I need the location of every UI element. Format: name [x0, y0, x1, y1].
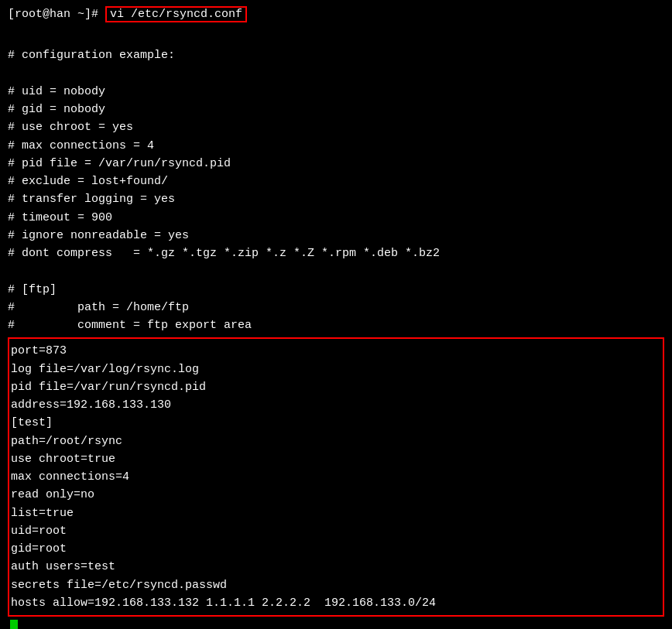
config-test-section: [test] [9, 414, 663, 432]
blank-line-3 [8, 262, 664, 280]
terminal-cursor [10, 620, 18, 629]
config-hosts-allow: hosts allow=192.168.133.132 1.1.1.1 2.2.… [9, 594, 663, 612]
config-path: path=/root/rsync [9, 432, 663, 450]
config-pid-file: pid file=/var/run/rsyncd.pid [9, 378, 663, 396]
comment-ftp-section: # [ftp] [8, 281, 664, 299]
comment-timeout: # timeout = 900 [8, 209, 664, 227]
comment-config-example: # configuration example: [8, 46, 664, 64]
config-secrets-file: secrets file=/etc/rsyncd.passwd [9, 576, 663, 594]
blank-line-2 [8, 65, 664, 83]
blank-line-1 [8, 29, 664, 46]
cursor-line [8, 618, 664, 629]
comment-ignore-nonreadable: # ignore nonreadable = yes [8, 227, 664, 244]
config-gid: gid=root [9, 540, 663, 558]
comment-uid: # uid = nobody [8, 83, 664, 101]
comment-ftp-comment: # comment = ftp export area [8, 316, 664, 334]
comment-ftp-path: # path = /home/ftp [8, 299, 664, 316]
terminal: [root@han ~]# vi /etc/rsyncd.conf # conf… [8, 6, 664, 629]
command-box: vi /etc/rsyncd.conf [105, 6, 247, 22]
comment-section: # configuration example: # uid = nobody … [8, 29, 664, 334]
config-port: port=873 [9, 342, 663, 360]
config-log-file: log file=/var/log/rsync.log [9, 361, 663, 378]
config-max-connections: max connections=4 [9, 468, 663, 486]
comment-use-chroot: # use chroot = yes [8, 118, 664, 136]
comment-gid: # gid = nobody [8, 101, 664, 118]
comment-max-connections: # max connections = 4 [8, 137, 664, 155]
comment-dont-compress: # dont compress = *.gz *.tgz *.zip *.z *… [8, 244, 664, 262]
config-address: address=192.168.133.130 [9, 396, 663, 414]
prompt-line: [root@han ~]# vi /etc/rsyncd.conf [8, 6, 664, 22]
config-auth-users: auth users=test [9, 558, 663, 576]
config-read-only: read only=no [9, 486, 663, 504]
config-use-chroot: use chroot=true [9, 450, 663, 468]
comment-pid-file: # pid file = /var/run/rsyncd.pid [8, 155, 664, 173]
prompt-text: [root@han ~]# [8, 8, 105, 21]
comment-exclude: # exclude = lost+found/ [8, 173, 664, 190]
comment-transfer-logging: # transfer logging = yes [8, 190, 664, 208]
config-list: list=true [9, 504, 663, 522]
config-uid: uid=root [9, 522, 663, 540]
config-section: port=873 log file=/var/log/rsync.log pid… [8, 337, 664, 617]
